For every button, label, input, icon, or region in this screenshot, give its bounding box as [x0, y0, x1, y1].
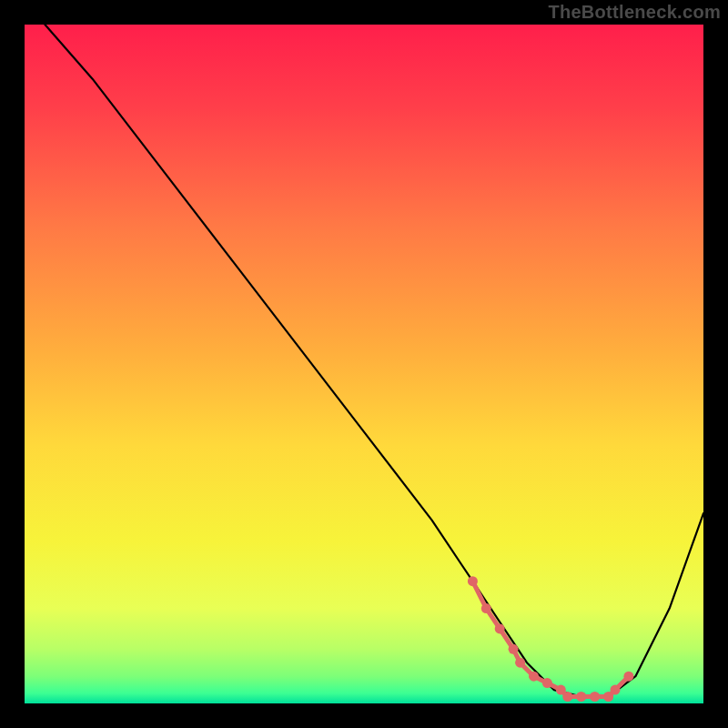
- highlight-dot: [529, 672, 539, 682]
- highlight-dot: [576, 692, 586, 702]
- highlight-dot: [562, 692, 572, 702]
- plot-area: [25, 25, 703, 703]
- highlight-dot: [468, 576, 478, 586]
- highlight-dot: [481, 603, 491, 613]
- watermark-text: TheBottleneck.com: [548, 2, 721, 23]
- highlight-dot: [623, 672, 633, 682]
- highlight-dot: [495, 623, 505, 633]
- highlight-dot: [509, 644, 519, 654]
- highlight-dot: [590, 692, 600, 702]
- highlight-dot: [542, 678, 552, 688]
- chart-frame: TheBottleneck.com: [0, 0, 728, 728]
- highlight-dot: [611, 685, 621, 695]
- highlight-dot: [515, 658, 525, 668]
- chart-svg: [0, 0, 728, 728]
